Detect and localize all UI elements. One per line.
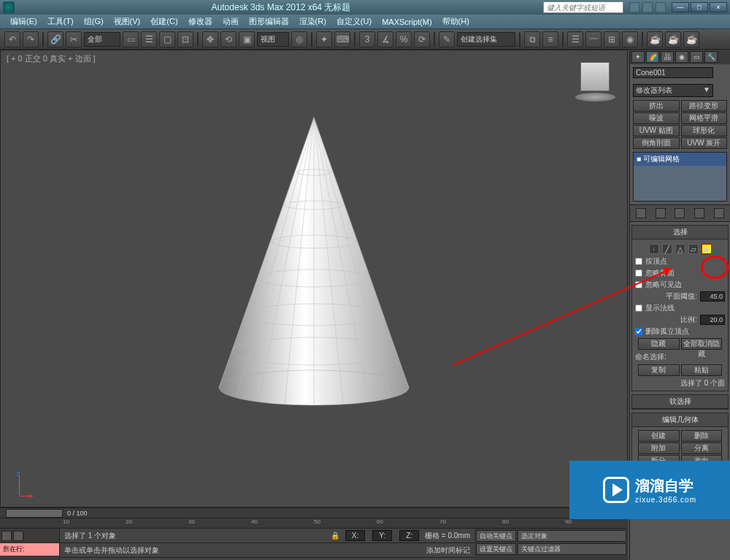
- modifier-stack[interactable]: ■ 可编辑网格: [633, 152, 727, 202]
- unlink-button[interactable]: ✂: [66, 31, 82, 47]
- percent-snap-button[interactable]: %: [396, 31, 412, 47]
- mod-noise[interactable]: 噪波: [633, 112, 680, 124]
- material-editor-button[interactable]: ◉: [622, 31, 638, 47]
- menu-graph-editors[interactable]: 图形编辑器: [245, 15, 293, 28]
- create-tab[interactable]: ✦: [631, 51, 645, 63]
- menu-group[interactable]: 组(G): [80, 15, 108, 28]
- help-search-input[interactable]: [543, 1, 623, 13]
- select-region-button[interactable]: ▢: [159, 31, 175, 47]
- modify-tab[interactable]: 🌈: [646, 51, 659, 63]
- binoculars-icon[interactable]: [629, 2, 639, 12]
- spinner-snap-button[interactable]: ⟳: [414, 31, 430, 47]
- soft-selection-header[interactable]: 软选择: [632, 395, 728, 409]
- select-manipulate-button[interactable]: ✦: [316, 31, 332, 47]
- element-mode-button[interactable]: ▣: [702, 244, 712, 254]
- create-button[interactable]: 创建: [638, 430, 680, 442]
- show-result-icon[interactable]: [656, 208, 666, 218]
- display-tab[interactable]: ▭: [690, 51, 703, 63]
- hide-button[interactable]: 隐藏: [638, 338, 680, 350]
- add-time-tag[interactable]: 添加时间标记: [426, 545, 470, 556]
- render-frame-button[interactable]: ☕: [665, 31, 681, 47]
- link-button[interactable]: 🔗: [47, 31, 64, 47]
- mod-pathdeform[interactable]: 路径变形: [681, 100, 728, 112]
- detach-button[interactable]: 分离: [681, 442, 723, 454]
- attach-button[interactable]: 附加: [638, 442, 680, 454]
- mod-uvwunwrap[interactable]: UVW 展开: [681, 137, 728, 149]
- menu-customize[interactable]: 自定义(U): [332, 15, 376, 28]
- poly-mode-button[interactable]: ▱: [688, 244, 699, 254]
- selection-filter-dropdown[interactable]: 全部: [84, 32, 120, 47]
- edge-mode-button[interactable]: ╱: [662, 244, 672, 254]
- x-coord[interactable]: X:: [345, 530, 365, 541]
- keyboard-shortcut-button[interactable]: ⌨: [334, 31, 350, 47]
- mirror-button[interactable]: ⧉: [524, 31, 540, 47]
- mod-meshsmooth[interactable]: 网格平滑: [681, 112, 728, 124]
- viewcube-cube-icon[interactable]: [580, 62, 610, 91]
- window-crossing-button[interactable]: ⊡: [177, 31, 193, 47]
- redo-button[interactable]: ↷: [23, 31, 39, 47]
- object-name-input[interactable]: [633, 67, 713, 78]
- remove-mod-icon[interactable]: [694, 208, 704, 218]
- motion-tab[interactable]: ◉: [675, 51, 688, 63]
- minilistener-input[interactable]: 所在行:: [0, 543, 59, 556]
- minimize-button[interactable]: —: [672, 2, 689, 12]
- menu-rendering[interactable]: 渲染(R): [295, 15, 331, 28]
- menu-maxscript[interactable]: MAXScript(M): [377, 16, 436, 28]
- viewport-label[interactable]: [ + 0 正交 0 真实 + 边面 ]: [7, 53, 96, 64]
- menu-modifiers[interactable]: 修改器: [184, 15, 217, 28]
- viewcube[interactable]: [573, 58, 617, 101]
- stack-editable-mesh[interactable]: ■ 可编辑网格: [634, 153, 726, 166]
- curve-editor-button[interactable]: 〰: [585, 31, 602, 47]
- star-icon[interactable]: [642, 2, 653, 12]
- snap-toggle-button[interactable]: 3: [359, 31, 375, 47]
- select-button[interactable]: ▭: [123, 31, 139, 47]
- ref-coord-dropdown[interactable]: 视图: [257, 32, 289, 47]
- z-coord[interactable]: Z:: [399, 530, 419, 541]
- track-bar[interactable]: 1020 3040 5060 7080 90: [0, 518, 628, 529]
- viewport[interactable]: [ + 0 正交 0 真实 + 边面 ] z x: [0, 50, 628, 507]
- paste-sel-button[interactable]: 粘贴: [681, 364, 723, 376]
- by-vertex-checkbox[interactable]: 按顶点: [635, 256, 725, 266]
- move-button[interactable]: ✥: [202, 31, 218, 47]
- vertex-mode-button[interactable]: ·: [649, 244, 659, 254]
- mod-uvwmap[interactable]: UVW 贴图: [633, 125, 680, 137]
- auto-key-button[interactable]: 自动关键点: [476, 530, 516, 542]
- ignore-backfacing-checkbox[interactable]: 忽略背面: [635, 268, 725, 278]
- angle-snap-button[interactable]: ∡: [377, 31, 393, 47]
- mod-spherify[interactable]: 球形化: [681, 125, 728, 137]
- undo-button[interactable]: ↶: [4, 31, 20, 47]
- unhide-all-button[interactable]: 全部取消隐藏: [681, 338, 723, 350]
- configure-sets-icon[interactable]: [714, 208, 724, 218]
- rotate-button[interactable]: ⟲: [220, 31, 237, 47]
- use-center-button[interactable]: ◎: [291, 31, 307, 47]
- pin-stack-icon[interactable]: [636, 208, 646, 218]
- edit-geometry-header[interactable]: 编辑几何体: [632, 413, 728, 427]
- mod-extrude[interactable]: 挤出: [633, 100, 680, 112]
- ignore-visible-edges-checkbox[interactable]: 忽略可见边: [635, 280, 725, 290]
- menu-edit[interactable]: 编辑(E): [6, 15, 42, 28]
- key-filters-button[interactable]: 关键点过滤器: [518, 543, 626, 555]
- script-icon[interactable]: [1, 531, 12, 541]
- render-setup-button[interactable]: ☕: [647, 31, 663, 47]
- maximize-button[interactable]: □: [691, 2, 708, 12]
- close-button[interactable]: ×: [710, 2, 727, 12]
- y-coord[interactable]: Y:: [372, 530, 392, 541]
- menu-animation[interactable]: 动画: [218, 15, 243, 28]
- face-mode-button[interactable]: △: [675, 244, 685, 254]
- modifier-list-dropdown[interactable]: 修改器列表▼: [633, 84, 713, 97]
- menu-tools[interactable]: 工具(T): [43, 15, 78, 28]
- schematic-view-button[interactable]: ⊞: [604, 31, 620, 47]
- hierarchy-tab[interactable]: 品: [661, 51, 674, 63]
- named-selection-dropdown[interactable]: 创建选择集: [457, 32, 515, 47]
- key-filters-dropdown[interactable]: 选定对象: [518, 530, 626, 542]
- cone-object[interactable]: [182, 110, 445, 417]
- planar-thresh-input[interactable]: [700, 291, 725, 302]
- lock-icon[interactable]: 🔒: [331, 532, 339, 540]
- unique-icon[interactable]: [675, 208, 685, 218]
- menu-create[interactable]: 创建(C): [146, 15, 182, 28]
- align-button[interactable]: ≡: [542, 31, 558, 47]
- render-button[interactable]: ☕: [683, 31, 699, 47]
- scale-button[interactable]: ▣: [239, 31, 255, 47]
- menu-views[interactable]: 视图(V): [110, 15, 145, 28]
- utilities-tab[interactable]: 🔧: [704, 51, 718, 63]
